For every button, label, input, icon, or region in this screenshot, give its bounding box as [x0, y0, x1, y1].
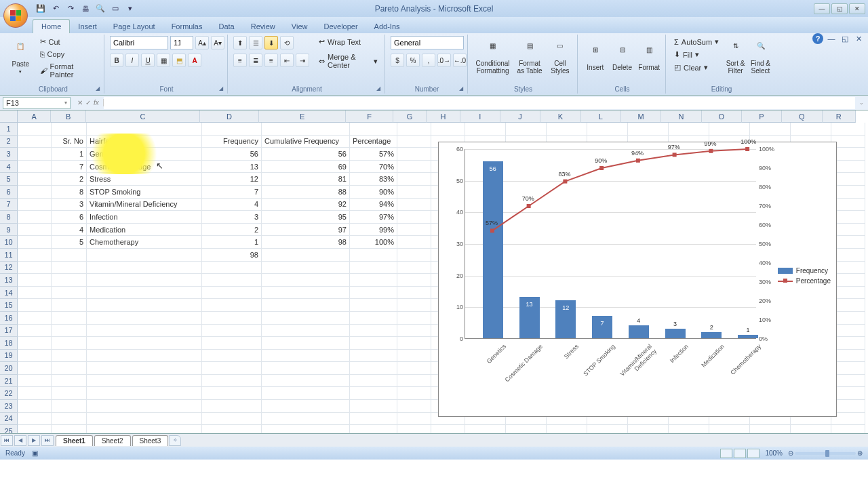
- cell[interactable]: [202, 262, 262, 274]
- cell[interactable]: 98: [262, 236, 350, 249]
- cell[interactable]: [350, 375, 397, 388]
- tab-home[interactable]: Home: [33, 19, 70, 33]
- cell[interactable]: [202, 312, 262, 325]
- cell[interactable]: [18, 161, 52, 174]
- row-header[interactable]: 3: [0, 148, 18, 161]
- cell[interactable]: [262, 249, 350, 262]
- cell[interactable]: [350, 400, 397, 413]
- col-header[interactable]: F: [346, 110, 393, 123]
- col-header[interactable]: A: [18, 110, 51, 123]
- row-header[interactable]: 24: [0, 413, 18, 426]
- cell[interactable]: 100%: [350, 236, 397, 249]
- workbook-close-icon[interactable]: ✕: [853, 33, 864, 44]
- cell[interactable]: [87, 312, 202, 325]
- cell[interactable]: [18, 236, 52, 249]
- cell[interactable]: 88: [262, 186, 350, 199]
- save-icon[interactable]: 💾: [35, 3, 46, 14]
- col-header[interactable]: D: [200, 110, 259, 123]
- cell[interactable]: 8: [52, 186, 87, 199]
- format-painter-button[interactable]: 🖌Format Painter: [37, 61, 100, 80]
- cell[interactable]: [18, 325, 52, 338]
- cell[interactable]: [397, 387, 431, 400]
- cell[interactable]: [350, 350, 397, 363]
- cell[interactable]: [262, 387, 350, 400]
- cell[interactable]: [397, 236, 431, 249]
- cell[interactable]: [431, 123, 465, 136]
- dialog-launcher-icon[interactable]: ◢: [96, 85, 102, 92]
- cell[interactable]: [18, 211, 52, 224]
- format-cells-button[interactable]: ▥Format: [637, 36, 661, 81]
- cell[interactable]: [397, 262, 431, 274]
- cell[interactable]: 97%: [350, 211, 397, 224]
- cell[interactable]: [750, 123, 791, 136]
- align-center-button[interactable]: ≣: [249, 54, 262, 67]
- row-header[interactable]: 5: [0, 173, 18, 186]
- cell[interactable]: [397, 362, 431, 375]
- macro-record-icon[interactable]: ▣: [32, 449, 38, 457]
- cell[interactable]: [350, 249, 397, 262]
- cell[interactable]: [18, 375, 52, 388]
- row-header[interactable]: 14: [0, 287, 18, 300]
- row-header[interactable]: 11: [0, 249, 18, 262]
- office-button[interactable]: [3, 3, 28, 28]
- cell[interactable]: 97: [262, 224, 350, 237]
- cell[interactable]: 1: [202, 236, 262, 249]
- row-header[interactable]: 12: [0, 262, 18, 274]
- row-header[interactable]: 6: [0, 186, 18, 199]
- cell[interactable]: [202, 274, 262, 287]
- cell[interactable]: [202, 387, 262, 400]
- cell[interactable]: 57%: [350, 148, 397, 161]
- cell[interactable]: [397, 123, 431, 136]
- tab-formulas[interactable]: Formulas: [163, 20, 211, 33]
- col-header[interactable]: I: [460, 110, 500, 123]
- cell[interactable]: [202, 287, 262, 300]
- cell[interactable]: 5: [52, 236, 87, 249]
- fx-icon[interactable]: fx: [94, 99, 99, 106]
- cell[interactable]: [18, 400, 52, 413]
- help-icon[interactable]: ?: [812, 33, 823, 44]
- comma-button[interactable]: ,: [422, 54, 435, 67]
- cell[interactable]: Vitamin/Mineral Deficiency: [87, 199, 202, 211]
- preview-icon[interactable]: 🔍: [95, 3, 106, 14]
- row-header[interactable]: 23: [0, 400, 18, 413]
- dialog-launcher-icon[interactable]: ◢: [219, 85, 226, 92]
- cell[interactable]: [18, 136, 52, 148]
- cell[interactable]: [18, 413, 52, 426]
- print-icon[interactable]: 🖶: [80, 3, 91, 14]
- grow-font-button[interactable]: A▴: [195, 36, 209, 49]
- cell[interactable]: [87, 274, 202, 287]
- cell[interactable]: [397, 211, 431, 224]
- cell[interactable]: [18, 123, 52, 136]
- minimize-ribbon-icon[interactable]: —: [826, 33, 837, 44]
- cell[interactable]: 56: [202, 148, 262, 161]
- row-header[interactable]: 16: [0, 312, 18, 325]
- cell[interactable]: [262, 413, 350, 426]
- fill-color-button[interactable]: ⬒: [172, 54, 186, 67]
- cell[interactable]: [350, 325, 397, 338]
- col-header[interactable]: L: [581, 110, 621, 123]
- cell[interactable]: [52, 299, 87, 312]
- cell[interactable]: [262, 123, 350, 136]
- cell[interactable]: Genetics: [87, 148, 202, 161]
- cell[interactable]: [87, 337, 202, 350]
- col-header[interactable]: K: [540, 110, 580, 123]
- cell[interactable]: [18, 299, 52, 312]
- cell[interactable]: [791, 123, 831, 136]
- cell[interactable]: [87, 375, 202, 388]
- col-header[interactable]: O: [702, 110, 742, 123]
- cell[interactable]: [52, 350, 87, 363]
- cell[interactable]: STOP Smoking: [87, 186, 202, 199]
- cell[interactable]: [262, 274, 350, 287]
- sort-filter-button[interactable]: ⇅Sort & Filter: [724, 36, 747, 81]
- first-sheet-button[interactable]: ⏮: [1, 435, 13, 446]
- cell[interactable]: [397, 161, 431, 174]
- cell[interactable]: [350, 312, 397, 325]
- cell[interactable]: Hairfall Reason: [87, 136, 202, 148]
- cell[interactable]: [350, 274, 397, 287]
- cell[interactable]: [18, 287, 52, 300]
- col-header[interactable]: P: [742, 110, 782, 123]
- zoom-in-button[interactable]: ⊕: [857, 449, 863, 457]
- cell[interactable]: Stress: [87, 173, 202, 186]
- page-break-view-button[interactable]: [747, 449, 760, 458]
- underline-button[interactable]: U: [141, 54, 155, 67]
